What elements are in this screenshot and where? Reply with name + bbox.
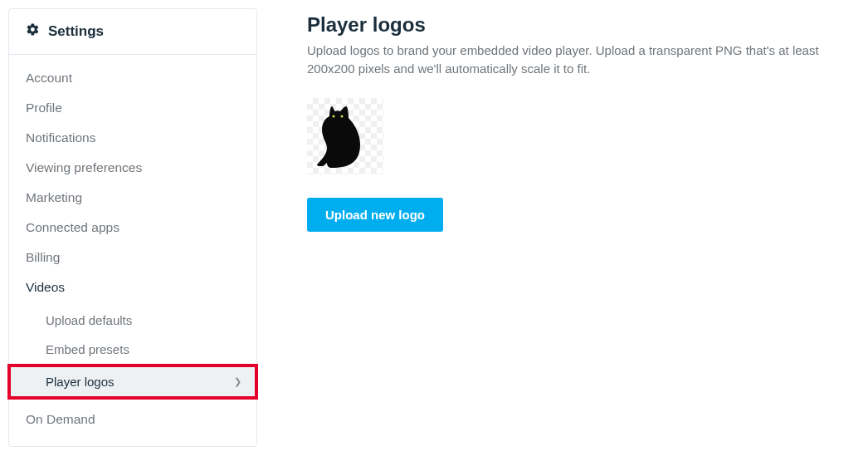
sidebar-item-on-demand[interactable]: On Demand xyxy=(9,405,256,434)
sidebar-item-videos[interactable]: Videos xyxy=(9,272,256,302)
logo-preview-thumbnail[interactable] xyxy=(307,98,383,174)
cat-icon xyxy=(307,98,383,174)
sidebar-item-billing[interactable]: Billing xyxy=(9,243,256,272)
sidebar-item-marketing[interactable]: Marketing xyxy=(9,183,256,213)
sidebar-item-connected-apps[interactable]: Connected apps xyxy=(9,213,256,243)
sidebar-subitems-videos: Upload defaults Embed presets Player log… xyxy=(9,302,256,405)
sidebar-nav: Account Profile Notifications Viewing pr… xyxy=(9,55,256,446)
upload-new-logo-button[interactable]: Upload new logo xyxy=(307,198,443,232)
svg-point-1 xyxy=(340,115,343,117)
sidebar-title: Settings xyxy=(48,23,104,40)
sidebar-subitem-label: Player logos xyxy=(46,375,115,389)
sidebar-item-profile[interactable]: Profile xyxy=(9,93,256,123)
svg-point-0 xyxy=(332,115,334,117)
page-title: Player logos xyxy=(307,13,860,37)
main-content: Player logos Upload logos to brand your … xyxy=(307,8,868,447)
highlight-annotation: Player logos ❯ xyxy=(7,364,258,400)
sidebar-item-account[interactable]: Account xyxy=(9,63,256,93)
sidebar-item-notifications[interactable]: Notifications xyxy=(9,123,256,153)
page-description: Upload logos to brand your embedded vide… xyxy=(307,42,855,78)
chevron-right-icon: ❯ xyxy=(234,376,241,387)
sidebar-subitem-player-logos[interactable]: Player logos ❯ xyxy=(11,367,255,396)
gear-icon xyxy=(26,22,40,41)
sidebar-subitem-upload-defaults[interactable]: Upload defaults xyxy=(9,306,256,335)
sidebar-item-viewing-preferences[interactable]: Viewing preferences xyxy=(9,153,256,183)
settings-sidebar: Settings Account Profile Notifications V… xyxy=(8,8,257,447)
sidebar-header: Settings xyxy=(9,9,256,55)
sidebar-subitem-embed-presets[interactable]: Embed presets xyxy=(9,335,256,364)
